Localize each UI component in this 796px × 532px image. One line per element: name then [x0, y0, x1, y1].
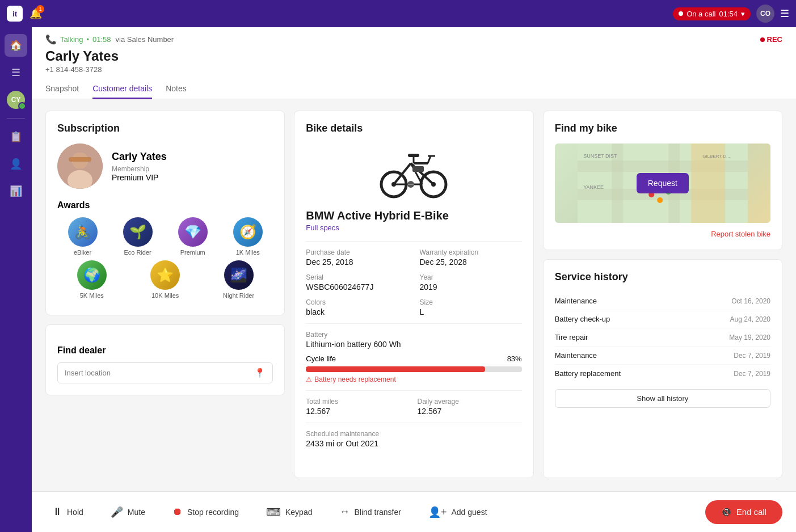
- service-history-title: Service history: [555, 271, 770, 283]
- subscription-card: Subscription: [45, 111, 285, 315]
- total-miles-item: Total miles 12.567: [306, 398, 410, 416]
- profile-name: Carly Yates: [112, 151, 167, 163]
- notifications-button[interactable]: 🔔 1: [30, 7, 42, 20]
- award-icon-ebiker: 🚴: [68, 217, 98, 247]
- table-row: Battery check-up Aug 24, 2020: [555, 310, 770, 328]
- sidebar: 🏠 ☰ CY 📋 👤 📊: [0, 27, 32, 532]
- app-logo: it: [7, 6, 23, 22]
- purchase-date-item: Purchase date Dec 25, 2018: [306, 248, 408, 267]
- sidebar-item-contacts[interactable]: CY: [5, 88, 27, 111]
- right-panel: Find my bike SUNSET DIST YANKEE GIL: [543, 111, 782, 478]
- sidebar-item-people[interactable]: 👤: [5, 153, 27, 175]
- daily-avg-item: Daily average 12.567: [417, 398, 521, 416]
- serial-value: WSBC606024677J: [306, 282, 408, 292]
- sidebar-item-home[interactable]: 🏠: [5, 34, 27, 57]
- svg-line-15: [428, 156, 431, 163]
- sidebar-item-menu[interactable]: ☰: [5, 61, 27, 84]
- dealer-input-wrap: 📍: [57, 362, 273, 383]
- end-call-button[interactable]: 📵 End call: [705, 500, 782, 524]
- battery-label: Battery: [306, 331, 521, 339]
- call-header: 📞 Talking • 01:58 via Sales Number REC C…: [32, 27, 796, 99]
- size-item: Size L: [419, 298, 521, 316]
- menu-icon[interactable]: ☰: [780, 7, 789, 20]
- award-label: 10K Miles: [151, 292, 179, 299]
- bike-details-grid: Purchase date Dec 25, 2018 Warranty expi…: [306, 241, 521, 316]
- membership-tier: Premium VIP: [112, 173, 167, 182]
- bike-image-wrap: [306, 143, 521, 200]
- topbar-left: it 🔔 1: [7, 6, 42, 22]
- total-miles-value: 12.567: [306, 407, 410, 416]
- call-status-bar: 📞 Talking • 01:58 via Sales Number REC: [45, 34, 782, 45]
- tab-customer-details[interactable]: Customer details: [92, 79, 152, 99]
- mute-label: Mute: [128, 508, 145, 517]
- award-icon-5k: 🌍: [77, 260, 107, 290]
- blind-transfer-button[interactable]: ↔ Blind transfer: [332, 501, 407, 522]
- service-type: Maintenance: [555, 297, 597, 305]
- pause-icon: ⏸: [52, 506, 62, 518]
- find-dealer-title: Find dealer: [57, 345, 273, 356]
- award-icon-eco: 🌱: [123, 217, 153, 247]
- dealer-location-input[interactable]: [58, 364, 247, 382]
- keypad-button[interactable]: ⌨ Keypad: [259, 501, 319, 523]
- warranty-label: Warranty expiration: [419, 248, 521, 256]
- location-pin-icon[interactable]: 📍: [247, 363, 272, 383]
- sidebar-item-analytics[interactable]: 📊: [5, 180, 27, 202]
- stop-recording-button[interactable]: ⏺ Stop recording: [166, 501, 246, 522]
- tab-notes[interactable]: Notes: [166, 79, 187, 99]
- colors-value: black: [306, 307, 408, 316]
- rec-dot: [760, 37, 765, 42]
- award-label: 5K Miles: [80, 292, 104, 299]
- full-specs-link[interactable]: Full specs: [306, 223, 521, 232]
- warning-icon: ⚠: [306, 375, 312, 383]
- purchase-date-label: Purchase date: [306, 248, 408, 256]
- show-all-history-button[interactable]: Show all history: [555, 389, 770, 408]
- bike-image: [368, 143, 459, 200]
- content-area: Subscription: [32, 99, 796, 489]
- battery-section: Battery Lithium-ion battery 600 Wh Cycle…: [306, 323, 521, 383]
- sidebar-item-tasks[interactable]: 📋: [5, 125, 27, 148]
- award-label: eBiker: [74, 249, 91, 256]
- battery-bar-fill: [306, 366, 485, 372]
- total-miles-label: Total miles: [306, 398, 410, 406]
- left-column: Subscription: [45, 111, 285, 478]
- svg-text:GILBERT D...: GILBERT D...: [702, 154, 730, 159]
- svg-rect-14: [408, 154, 419, 157]
- service-date: Oct 16, 2020: [731, 297, 770, 305]
- report-stolen-link[interactable]: Report stolen bike: [555, 230, 770, 238]
- award-icon-night: 🌌: [224, 260, 254, 290]
- cycle-life-row: Cycle life 83%: [306, 354, 521, 363]
- user-avatar[interactable]: CO: [756, 5, 774, 23]
- awards-grid: 🚴 eBiker 🌱 Eco Rider 💎 Premium 🧭 1K Mile…: [57, 217, 273, 256]
- mute-button[interactable]: 🎤 Mute: [104, 501, 152, 523]
- list-item: 💎 Premium: [167, 217, 218, 256]
- find-bike-title: Find my bike: [555, 123, 770, 134]
- add-guest-button[interactable]: 👤+ Add guest: [422, 501, 494, 523]
- rec-label: REC: [767, 35, 782, 44]
- on-call-indicator[interactable]: On a call 01:54 ▾: [673, 7, 751, 20]
- awards-title: Awards: [57, 200, 273, 210]
- add-guest-label: Add guest: [451, 508, 487, 517]
- call-dot: [679, 11, 683, 16]
- tabs: Snapshot Customer details Notes: [45, 79, 782, 99]
- cycle-life-label: Cycle life: [306, 354, 336, 363]
- main-content: 📞 Talking • 01:58 via Sales Number REC C…: [32, 27, 796, 532]
- hold-button[interactable]: ⏸ Hold: [45, 501, 90, 522]
- map-placeholder: SUNSET DIST YANKEE GILBERT D... Request: [555, 143, 770, 223]
- tab-snapshot[interactable]: Snapshot: [45, 79, 79, 99]
- request-location-button[interactable]: Request: [637, 173, 689, 193]
- bike-details-title: Bike details: [306, 123, 521, 134]
- award-label: Night Rider: [223, 292, 254, 299]
- service-date: Dec 7, 2019: [734, 352, 770, 360]
- on-call-time: 01:54: [719, 10, 738, 18]
- list-item: 🧭 1K Miles: [222, 217, 273, 256]
- stop-icon: ⏺: [172, 506, 183, 518]
- via-text: via Sales Number: [116, 35, 174, 44]
- topbar: it 🔔 1 On a call 01:54 ▾ CO ☰: [0, 0, 796, 27]
- maintenance-value: 2433 mi or Out 2021: [306, 439, 521, 448]
- table-row: Maintenance Dec 7, 2019: [555, 347, 770, 365]
- award-label: Eco Rider: [124, 249, 151, 256]
- year-value: 2019: [419, 282, 521, 292]
- award-label: Premium: [180, 249, 205, 256]
- blind-transfer-label: Blind transfer: [354, 508, 401, 517]
- call-actions: ⏸ Hold 🎤 Mute ⏺ Stop recording ⌨ Keypad …: [45, 501, 494, 523]
